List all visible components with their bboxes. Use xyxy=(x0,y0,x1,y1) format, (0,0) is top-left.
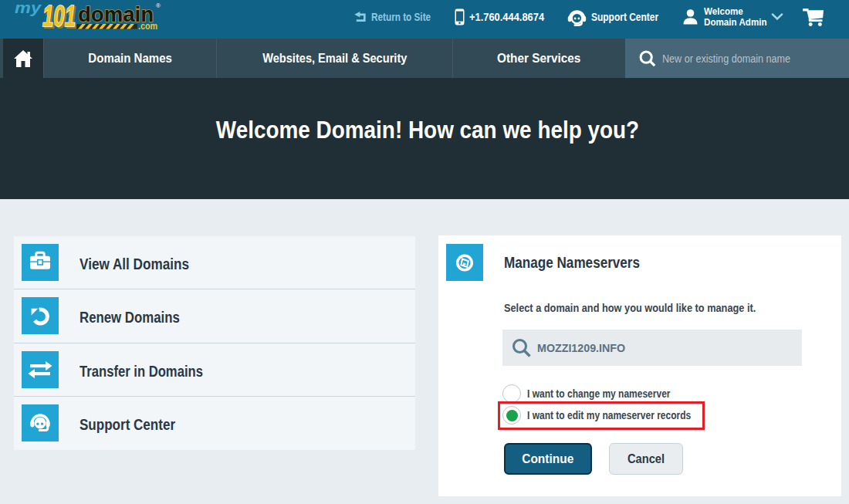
svg-text:my: my xyxy=(15,0,42,16)
svg-text:101: 101 xyxy=(42,0,76,32)
svg-text:.com: .com xyxy=(138,21,157,32)
svg-text:®: ® xyxy=(156,2,161,9)
